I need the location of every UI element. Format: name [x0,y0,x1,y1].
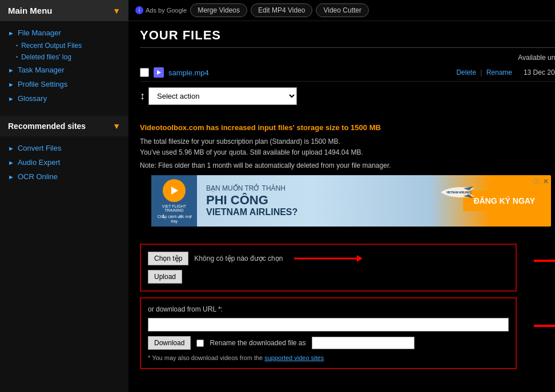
recommended-sites-arrow-icon: ▼ [112,122,120,131]
edit-mp4-button[interactable]: Edit MP4 Video [251,3,313,17]
file-actions: Delete | Rename [456,68,512,76]
svg-marker-5 [357,255,363,262]
separator: | [480,68,482,76]
rename-checkbox[interactable] [196,340,204,347]
ad-logo-text: VIET FLIGHT TRAINING [155,204,194,212]
sidebar-item-ocr-online[interactable]: ► OCR Online [0,169,128,184]
page-title: YOUR FILES [140,28,555,48]
upload-wrapper: Chọn tệp Không có tệp nào được chọn Uplo… [128,244,528,292]
ad-content: BẠN MUỐN TRỞ THÀNH PHI CÔNG VIETNAM AIRL… [197,180,463,222]
svg-marker-0 [157,70,161,75]
note-text: Note: Files older than 1 month will be a… [140,161,555,169]
supported-sites-link[interactable]: supported video sites [264,354,324,361]
sidebar-item-recent-output[interactable]: • Recent Output Files [0,40,128,51]
sidebar-item-convert-files[interactable]: ► Convert Files [0,141,128,155]
download-right-arrow-icon [534,314,555,337]
sidebar: Main Menu ▼ ► File Manager • Recent Outp… [0,0,128,392]
rename-label: Rename the downloaded file as [210,339,305,347]
sidebar-item-file-manager[interactable]: ► File Manager [0,26,128,40]
upload-right-arrow-icon [534,249,555,272]
top-nav: i Ads by Google Merge Videos Edit MP4 Vi… [128,0,555,21]
sub-bullet-icon: • [16,54,18,60]
ad-info-icon[interactable]: ⓘ [533,177,540,186]
recommended-sites-nav: ► Convert Files ► Audio Expert ► OCR Onl… [0,136,128,188]
action-select[interactable]: Select action [148,87,297,105]
upload-row: Chọn tệp Không có tệp nào được chọn [148,252,509,265]
ads-by-google: i Ads by Google [135,6,187,14]
sidebar-item-glossary[interactable]: ► Glossary [0,91,128,106]
upload-arrow-icon [294,252,363,265]
files-table-header: Available until [140,54,555,62]
sidebar-item-task-manager[interactable]: ► Task Manager [0,63,128,77]
ad-logo-tagline: Chắp cánh ước mơ bay [155,215,194,223]
video-cutter-button[interactable]: Video Cutter [316,3,369,17]
main-menu-header[interactable]: Main Menu ▼ [0,0,128,21]
file-row: sample.mp4 Delete | Rename 13 Dec 2019 [140,64,555,82]
your-files-section: YOUR FILES Available until sample.mp4 De… [128,21,555,118]
ad-banner: VIET FLIGHT TRAINING Chắp cánh ước mơ ba… [151,175,551,227]
merge-videos-button[interactable]: Merge Videos [190,3,247,17]
recommended-sites-header[interactable]: Recommended sites ▼ [0,116,128,136]
info-icon: i [135,6,143,14]
file-name[interactable]: sample.mp4 [168,68,452,77]
download-wrapper: or download from URL *: Download Rename … [128,297,528,369]
delete-link[interactable]: Delete [456,68,476,76]
upload-button[interactable]: Upload [148,270,182,284]
sidebar-item-audio-expert[interactable]: ► Audio Expert [0,155,128,169]
sidebar-item-deleted-log[interactable]: • Deleted files' log [0,51,128,63]
download-row: Download Rename the downloaded file as [148,336,509,350]
bullet-icon: ► [8,159,14,166]
main-content: i Ads by Google Merge Videos Edit MP4 Vi… [128,0,555,392]
highlight-text: Videotoolbox.com has increased input fil… [140,123,555,132]
action-arrow-icon: ↕ [140,90,145,102]
upload-section: Chọn tệp Không có tệp nào được chọn Uplo… [140,244,517,292]
rename-link[interactable]: Rename [486,68,512,76]
file-date: 13 Dec 2019 [517,68,555,76]
url-input[interactable] [148,318,509,332]
bullet-icon: ► [8,95,14,102]
main-menu-label: Main Menu [8,6,53,15]
ad-logo: VIET FLIGHT TRAINING Chắp cánh ước mơ ba… [151,175,197,227]
bullet-icon: ► [8,173,14,180]
bullet-icon: ► [8,145,14,152]
airplane-icon: VIETNAM AIRLINES [437,181,482,204]
sidebar-item-profile-settings[interactable]: ► Profile Settings [0,77,128,91]
or-download-text: or download from URL *: [148,305,509,313]
choose-file-button[interactable]: Chọn tệp [148,252,188,265]
main-menu-arrow-icon: ▼ [112,6,120,15]
app-layout: Main Menu ▼ ► File Manager • Recent Outp… [0,0,555,392]
no-file-text: Không có tệp nào được chọn [194,254,283,262]
bullet-icon: ► [8,81,14,88]
action-select-row: ↕ Select action [140,87,555,105]
bullet-icon: ► [8,67,14,74]
info-line1: The total filesize for your subscription… [140,136,555,158]
file-checkbox[interactable] [140,68,149,77]
download-section: or download from URL *: Download Rename … [140,297,517,369]
download-button[interactable]: Download [148,336,191,350]
recommended-sites-label: Recommended sites [8,122,86,131]
ad-sub-text: VIETNAM AIRLINES? [206,207,454,217]
ad-top-text: BẠN MUỐN TRỞ THÀNH [206,184,454,192]
sub-bullet-icon: • [16,43,18,49]
ad-close-icon[interactable]: ✕ [543,177,549,185]
sidebar-nav: ► File Manager • Recent Output Files • D… [0,21,128,110]
ad-big-text: PHI CÔNG [206,193,454,207]
ad-logo-circle [163,179,186,202]
bullet-icon: ► [8,30,14,37]
footnote: * You may also download videos from the … [148,354,509,361]
svg-text:VIETNAM AIRLINES: VIETNAM AIRLINES [447,191,472,194]
play-icon[interactable] [154,67,164,78]
rename-input[interactable] [312,337,415,349]
info-section: Videotoolbox.com has increased input fil… [128,118,555,238]
